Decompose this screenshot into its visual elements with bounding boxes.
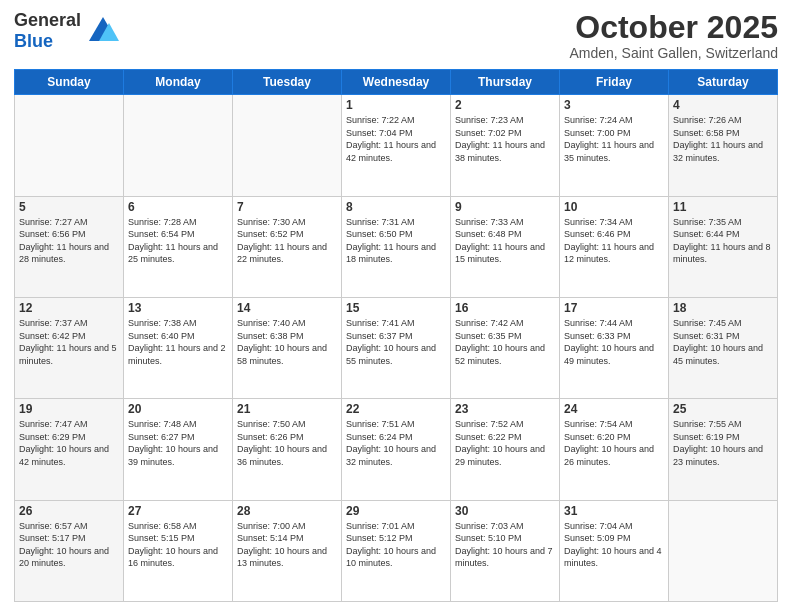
calendar-day-cell: 21Sunrise: 7:50 AMSunset: 6:26 PMDayligh… — [233, 399, 342, 500]
day-info: Sunrise: 7:44 AMSunset: 6:33 PMDaylight:… — [564, 317, 664, 367]
day-number: 2 — [455, 98, 555, 112]
day-number: 11 — [673, 200, 773, 214]
day-info: Sunrise: 7:04 AMSunset: 5:09 PMDaylight:… — [564, 520, 664, 570]
day-number: 16 — [455, 301, 555, 315]
day-number: 31 — [564, 504, 664, 518]
logo-general: General — [14, 10, 81, 30]
calendar-day-cell: 1Sunrise: 7:22 AMSunset: 7:04 PMDaylight… — [342, 95, 451, 196]
day-number: 5 — [19, 200, 119, 214]
day-info: Sunrise: 7:40 AMSunset: 6:38 PMDaylight:… — [237, 317, 337, 367]
calendar-day-cell: 4Sunrise: 7:26 AMSunset: 6:58 PMDaylight… — [669, 95, 778, 196]
calendar-day-cell: 5Sunrise: 7:27 AMSunset: 6:56 PMDaylight… — [15, 196, 124, 297]
calendar-week-row: 26Sunrise: 6:57 AMSunset: 5:17 PMDayligh… — [15, 500, 778, 601]
day-info: Sunrise: 7:23 AMSunset: 7:02 PMDaylight:… — [455, 114, 555, 164]
day-info: Sunrise: 7:26 AMSunset: 6:58 PMDaylight:… — [673, 114, 773, 164]
calendar-day-cell — [233, 95, 342, 196]
calendar-day-cell: 19Sunrise: 7:47 AMSunset: 6:29 PMDayligh… — [15, 399, 124, 500]
day-info: Sunrise: 7:01 AMSunset: 5:12 PMDaylight:… — [346, 520, 446, 570]
day-number: 27 — [128, 504, 228, 518]
day-number: 17 — [564, 301, 664, 315]
day-number: 19 — [19, 402, 119, 416]
calendar-day-cell: 11Sunrise: 7:35 AMSunset: 6:44 PMDayligh… — [669, 196, 778, 297]
calendar-day-cell: 8Sunrise: 7:31 AMSunset: 6:50 PMDaylight… — [342, 196, 451, 297]
calendar-day-cell: 3Sunrise: 7:24 AMSunset: 7:00 PMDaylight… — [560, 95, 669, 196]
day-number: 6 — [128, 200, 228, 214]
day-number: 1 — [346, 98, 446, 112]
calendar-day-cell: 7Sunrise: 7:30 AMSunset: 6:52 PMDaylight… — [233, 196, 342, 297]
day-number: 28 — [237, 504, 337, 518]
calendar-day-cell — [124, 95, 233, 196]
calendar-day-cell: 24Sunrise: 7:54 AMSunset: 6:20 PMDayligh… — [560, 399, 669, 500]
calendar-day-cell: 22Sunrise: 7:51 AMSunset: 6:24 PMDayligh… — [342, 399, 451, 500]
day-number: 4 — [673, 98, 773, 112]
calendar-day-cell: 28Sunrise: 7:00 AMSunset: 5:14 PMDayligh… — [233, 500, 342, 601]
calendar-day-cell: 26Sunrise: 6:57 AMSunset: 5:17 PMDayligh… — [15, 500, 124, 601]
calendar-day-header: Wednesday — [342, 70, 451, 95]
calendar-day-cell: 9Sunrise: 7:33 AMSunset: 6:48 PMDaylight… — [451, 196, 560, 297]
calendar-header-row: SundayMondayTuesdayWednesdayThursdayFrid… — [15, 70, 778, 95]
calendar-day-cell — [15, 95, 124, 196]
day-info: Sunrise: 7:00 AMSunset: 5:14 PMDaylight:… — [237, 520, 337, 570]
logo-icon — [85, 13, 121, 49]
calendar-week-row: 19Sunrise: 7:47 AMSunset: 6:29 PMDayligh… — [15, 399, 778, 500]
day-info: Sunrise: 7:50 AMSunset: 6:26 PMDaylight:… — [237, 418, 337, 468]
day-info: Sunrise: 7:41 AMSunset: 6:37 PMDaylight:… — [346, 317, 446, 367]
calendar-day-header: Saturday — [669, 70, 778, 95]
day-info: Sunrise: 6:58 AMSunset: 5:15 PMDaylight:… — [128, 520, 228, 570]
day-number: 23 — [455, 402, 555, 416]
calendar-table: SundayMondayTuesdayWednesdayThursdayFrid… — [14, 69, 778, 602]
day-number: 25 — [673, 402, 773, 416]
calendar-day-header: Monday — [124, 70, 233, 95]
day-number: 21 — [237, 402, 337, 416]
day-number: 3 — [564, 98, 664, 112]
calendar-day-cell: 2Sunrise: 7:23 AMSunset: 7:02 PMDaylight… — [451, 95, 560, 196]
day-number: 13 — [128, 301, 228, 315]
calendar-day-cell — [669, 500, 778, 601]
day-number: 20 — [128, 402, 228, 416]
day-info: Sunrise: 7:38 AMSunset: 6:40 PMDaylight:… — [128, 317, 228, 367]
calendar-day-cell: 17Sunrise: 7:44 AMSunset: 6:33 PMDayligh… — [560, 297, 669, 398]
calendar-day-cell: 13Sunrise: 7:38 AMSunset: 6:40 PMDayligh… — [124, 297, 233, 398]
day-number: 10 — [564, 200, 664, 214]
day-number: 12 — [19, 301, 119, 315]
month-title: October 2025 — [569, 10, 778, 45]
header: General Blue October 2025 Amden, Saint G… — [14, 10, 778, 61]
day-number: 7 — [237, 200, 337, 214]
day-info: Sunrise: 7:51 AMSunset: 6:24 PMDaylight:… — [346, 418, 446, 468]
day-info: Sunrise: 7:33 AMSunset: 6:48 PMDaylight:… — [455, 216, 555, 266]
day-info: Sunrise: 7:30 AMSunset: 6:52 PMDaylight:… — [237, 216, 337, 266]
day-info: Sunrise: 7:48 AMSunset: 6:27 PMDaylight:… — [128, 418, 228, 468]
day-number: 14 — [237, 301, 337, 315]
calendar-day-cell: 16Sunrise: 7:42 AMSunset: 6:35 PMDayligh… — [451, 297, 560, 398]
calendar-day-cell: 10Sunrise: 7:34 AMSunset: 6:46 PMDayligh… — [560, 196, 669, 297]
logo: General Blue — [14, 10, 121, 52]
day-info: Sunrise: 7:34 AMSunset: 6:46 PMDaylight:… — [564, 216, 664, 266]
calendar-week-row: 12Sunrise: 7:37 AMSunset: 6:42 PMDayligh… — [15, 297, 778, 398]
day-info: Sunrise: 7:22 AMSunset: 7:04 PMDaylight:… — [346, 114, 446, 164]
day-number: 15 — [346, 301, 446, 315]
calendar-day-cell: 30Sunrise: 7:03 AMSunset: 5:10 PMDayligh… — [451, 500, 560, 601]
day-number: 18 — [673, 301, 773, 315]
calendar-day-cell: 12Sunrise: 7:37 AMSunset: 6:42 PMDayligh… — [15, 297, 124, 398]
day-number: 9 — [455, 200, 555, 214]
day-info: Sunrise: 7:45 AMSunset: 6:31 PMDaylight:… — [673, 317, 773, 367]
calendar-day-cell: 25Sunrise: 7:55 AMSunset: 6:19 PMDayligh… — [669, 399, 778, 500]
calendar-day-header: Tuesday — [233, 70, 342, 95]
calendar-week-row: 5Sunrise: 7:27 AMSunset: 6:56 PMDaylight… — [15, 196, 778, 297]
calendar-week-row: 1Sunrise: 7:22 AMSunset: 7:04 PMDaylight… — [15, 95, 778, 196]
logo-text: General Blue — [14, 10, 121, 52]
day-info: Sunrise: 7:55 AMSunset: 6:19 PMDaylight:… — [673, 418, 773, 468]
calendar-day-cell: 31Sunrise: 7:04 AMSunset: 5:09 PMDayligh… — [560, 500, 669, 601]
logo-blue: Blue — [14, 31, 53, 51]
day-info: Sunrise: 7:35 AMSunset: 6:44 PMDaylight:… — [673, 216, 773, 266]
day-number: 30 — [455, 504, 555, 518]
day-info: Sunrise: 7:27 AMSunset: 6:56 PMDaylight:… — [19, 216, 119, 266]
day-number: 26 — [19, 504, 119, 518]
calendar-day-cell: 27Sunrise: 6:58 AMSunset: 5:15 PMDayligh… — [124, 500, 233, 601]
calendar-day-cell: 14Sunrise: 7:40 AMSunset: 6:38 PMDayligh… — [233, 297, 342, 398]
calendar-day-header: Thursday — [451, 70, 560, 95]
page: General Blue October 2025 Amden, Saint G… — [0, 0, 792, 612]
day-info: Sunrise: 7:03 AMSunset: 5:10 PMDaylight:… — [455, 520, 555, 570]
calendar-day-cell: 29Sunrise: 7:01 AMSunset: 5:12 PMDayligh… — [342, 500, 451, 601]
calendar-day-cell: 23Sunrise: 7:52 AMSunset: 6:22 PMDayligh… — [451, 399, 560, 500]
